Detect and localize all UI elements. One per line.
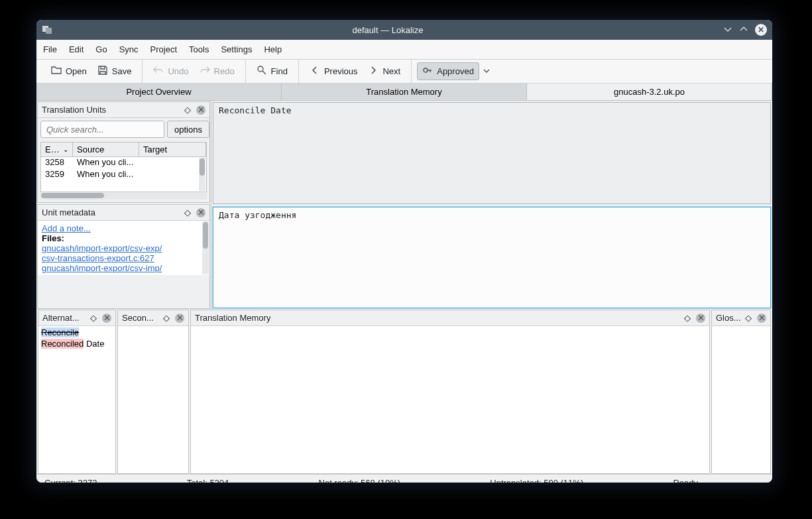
close-dock-icon[interactable]: ✕ <box>696 314 705 323</box>
close-dock-icon[interactable]: ✕ <box>757 314 766 323</box>
chevron-left-icon <box>310 65 320 78</box>
tab-file[interactable]: gnucash-3.2.uk.po <box>527 84 772 100</box>
chevron-right-icon <box>368 65 378 78</box>
close-dock-icon[interactable]: ✕ <box>196 105 205 115</box>
approved-button[interactable]: Approved <box>417 62 479 80</box>
close-dock-icon[interactable]: ✕ <box>196 208 205 217</box>
tab-project-overview[interactable]: Project Overview <box>36 84 282 100</box>
tu-dock-title: Translation Units <box>42 105 106 115</box>
menu-help[interactable]: Help <box>264 44 282 54</box>
window-title: default — Lokalize <box>52 25 723 35</box>
chevron-down-icon <box>483 66 490 76</box>
menu-edit[interactable]: Edit <box>69 44 84 54</box>
open-button[interactable]: Open <box>46 62 92 80</box>
source-text-pane: Reconcile Date <box>213 102 771 204</box>
tm-dock-title: Translation Memory <box>195 313 270 323</box>
close-dock-icon[interactable]: ✕ <box>175 314 184 323</box>
status-untranslated: Untranslated: 590 (11%) <box>490 478 583 483</box>
diamond-icon[interactable]: ◇ <box>162 314 171 323</box>
close-button[interactable]: ✕ <box>755 24 767 36</box>
col-entry[interactable]: Entry⌄ <box>41 143 73 156</box>
redo-icon <box>200 65 210 78</box>
horizontal-scrollbar[interactable] <box>40 193 207 200</box>
vertical-scrollbar[interactable] <box>202 221 209 274</box>
diamond-icon[interactable]: ◇ <box>683 314 692 323</box>
glossary-dock: Glos... ◇✕ <box>711 310 771 474</box>
tab-translation-memory[interactable]: Translation Memory <box>282 84 527 100</box>
alt-text: Date <box>84 339 104 349</box>
sec-dock-title: Secon... <box>122 313 154 323</box>
undo-icon <box>153 65 164 78</box>
options-button[interactable]: options <box>167 121 209 138</box>
menu-tools[interactable]: Tools <box>189 44 209 54</box>
meta-dock-title: Unit metadata <box>42 207 95 217</box>
unit-metadata-dock: Unit metadata ◇ ✕ Add a note... Files: g… <box>37 204 210 309</box>
tu-table[interactable]: Entry⌄ Source Target 3258 When you cli..… <box>40 142 207 192</box>
approved-dropdown[interactable] <box>479 66 494 76</box>
diamond-icon[interactable]: ◇ <box>183 105 192 115</box>
main-area: Translation Units ◇ ✕ options Entry⌄ <box>36 101 772 310</box>
menu-project[interactable]: Project <box>150 44 177 54</box>
redo-button[interactable]: Redo <box>194 62 240 80</box>
previous-button[interactable]: Previous <box>304 62 363 80</box>
add-note-link[interactable]: Add a note... <box>42 223 205 233</box>
menu-settings[interactable]: Settings <box>221 44 252 54</box>
file-link[interactable]: csv-transactions-export.c:627 <box>42 253 205 263</box>
files-label: Files: <box>42 233 205 243</box>
alt-dock-title: Alternat... <box>42 313 80 323</box>
menu-sync[interactable]: Sync <box>119 44 139 54</box>
close-dock-icon[interactable]: ✕ <box>102 314 111 323</box>
save-button[interactable]: Save <box>92 62 137 80</box>
next-button[interactable]: Next <box>363 62 406 80</box>
svg-rect-1 <box>46 28 52 34</box>
secondary-sync-dock: Secon... ◇✕ <box>117 310 189 474</box>
folder-open-icon <box>51 65 62 78</box>
glos-dock-title: Glos... <box>716 313 741 323</box>
vertical-scrollbar[interactable] <box>199 158 205 191</box>
alt-deleted-text: Reconcile <box>41 327 79 337</box>
col-target[interactable]: Target <box>139 143 206 156</box>
col-source[interactable]: Source <box>73 143 139 156</box>
alt-replaced-text: Reconciled <box>41 339 84 349</box>
statusbar: Current: 3272 Total: 5204 Not ready: 568… <box>36 474 772 483</box>
search-icon <box>257 65 267 78</box>
quick-search-input[interactable] <box>40 121 164 138</box>
chevron-down-icon: ⌄ <box>63 146 68 153</box>
diamond-icon[interactable]: ◇ <box>744 314 753 323</box>
file-link[interactable]: gnucash/import-export/csv-imp/ <box>42 263 205 273</box>
svg-line-3 <box>262 71 266 74</box>
status-not-ready: Not ready: 568 (10%) <box>319 478 401 483</box>
titlebar[interactable]: default — Lokalize ✕ <box>36 20 772 40</box>
diamond-icon[interactable]: ◇ <box>183 208 192 217</box>
target-text-pane[interactable]: Дата узгодження <box>213 207 771 309</box>
minimize-button[interactable] <box>723 25 732 36</box>
maximize-button[interactable] <box>739 25 748 36</box>
menu-file[interactable]: File <box>43 44 57 54</box>
lokalize-window: default — Lokalize ✕ File Edit Go Sync P… <box>36 20 772 483</box>
toolbar: Open Save Undo Redo Find <box>36 60 772 84</box>
save-icon <box>97 65 108 78</box>
diamond-icon[interactable]: ◇ <box>89 314 98 323</box>
status-current: Current: 3272 <box>44 478 97 483</box>
undo-button[interactable]: Undo <box>148 62 194 80</box>
app-icon <box>42 25 52 35</box>
key-icon <box>422 65 433 78</box>
bottom-docks: Alternat... ◇✕ Reconcile Reconciled Date… <box>36 310 772 474</box>
status-total: Total: 5204 <box>187 478 229 483</box>
alternate-translations-dock: Alternat... ◇✕ Reconcile Reconciled Date <box>38 310 116 474</box>
file-link[interactable]: gnucash/import-export/csv-exp/ <box>42 243 205 253</box>
svg-point-4 <box>424 68 428 72</box>
table-row[interactable]: 3259 When you cli... <box>41 169 206 181</box>
table-row[interactable]: 3258 When you cli... <box>41 157 206 169</box>
menu-go[interactable]: Go <box>95 44 107 54</box>
find-button[interactable]: Find <box>251 62 293 80</box>
menubar: File Edit Go Sync Project Tools Settings… <box>36 40 772 60</box>
svg-point-2 <box>258 66 263 72</box>
status-ready: Ready <box>673 478 764 483</box>
document-tabs: Project Overview Translation Memory gnuc… <box>36 84 772 101</box>
translation-units-dock: Translation Units ◇ ✕ options Entry⌄ <box>37 101 210 203</box>
translation-memory-dock: Translation Memory ◇✕ <box>190 310 710 474</box>
alt-body: Reconcile Reconciled Date <box>38 326 115 473</box>
